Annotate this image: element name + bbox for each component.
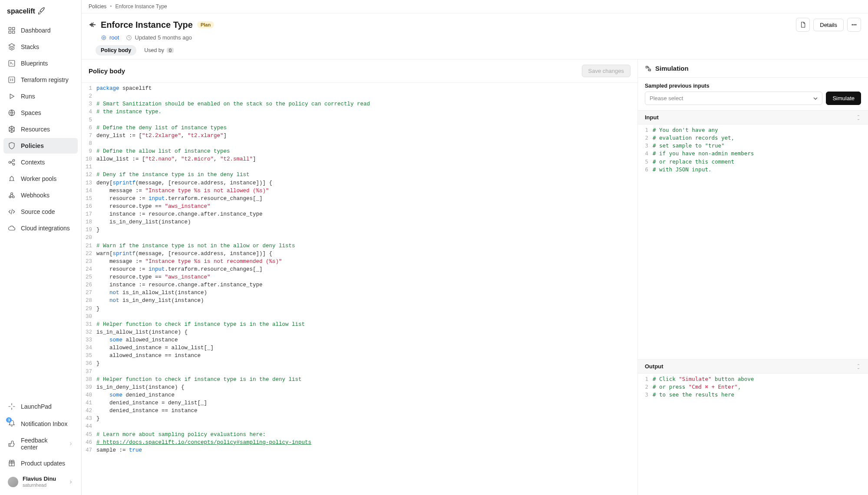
- code-line: 14 message := "Instance type %s is not a…: [82, 187, 637, 195]
- line-number: 21: [82, 242, 96, 250]
- line-number: 11: [82, 163, 96, 171]
- policy-body-pane: Policy body Save changes 1package spacel…: [82, 59, 638, 495]
- spaces-icon: [8, 109, 16, 117]
- sidebar-item-resources[interactable]: Resources: [3, 121, 78, 137]
- line-number: 40: [82, 391, 96, 399]
- sidebar-item-feedback-center[interactable]: Feedback center: [3, 433, 78, 455]
- sidebar-item-dashboard[interactable]: Dashboard: [3, 23, 78, 38]
- code-line: 4# if you have non-admin members: [638, 150, 868, 157]
- code-line: 8: [82, 140, 637, 148]
- output-editor[interactable]: 1# Click "Simulate" button above2# or pr…: [638, 374, 868, 495]
- code-content: package spacelift: [96, 85, 159, 92]
- code-content: not is_in_deny_list(instance): [96, 297, 211, 305]
- save-changes-button[interactable]: Save changes: [582, 65, 630, 77]
- code-line: 29}: [82, 305, 637, 313]
- line-number: 7: [82, 132, 96, 140]
- chevron-right-icon: [68, 479, 73, 485]
- notification-badge: 3: [6, 417, 12, 423]
- code-line: 42 denied_instance == instance: [82, 407, 637, 415]
- code-content: [96, 313, 103, 321]
- breadcrumb-separator: •: [110, 3, 112, 10]
- code-content: resource := input.terraform.resource_cha…: [96, 266, 270, 273]
- back-arrow-icon[interactable]: [89, 21, 96, 29]
- input-section-header[interactable]: Input: [638, 110, 868, 125]
- sidebar-item-terraform-registry[interactable]: Terraform registry: [3, 72, 78, 88]
- line-number: 22: [82, 250, 96, 258]
- sidebar-item-policies[interactable]: Policies: [3, 138, 78, 154]
- code-line: 33 some allowed_instance: [82, 336, 637, 344]
- code-line: 35 allowed_instance == instance: [82, 352, 637, 360]
- plan-badge: Plan: [197, 21, 214, 28]
- line-number: 23: [82, 258, 96, 266]
- code-line: 6# with JSON input.: [638, 166, 868, 174]
- code-content: [96, 140, 103, 148]
- more-button[interactable]: [847, 18, 861, 32]
- sidebar-item-notification-inbox[interactable]: 3Notification Inbox: [3, 415, 78, 432]
- code-editor[interactable]: 1package spacelift23# Smart Sanitization…: [82, 83, 637, 495]
- code-line: 47sample := true: [82, 446, 637, 454]
- sidebar-item-contexts[interactable]: Contexts: [3, 154, 78, 170]
- sidebar-item-launchpad[interactable]: LaunchPad: [3, 399, 78, 414]
- code-line: 3# set sample to "true": [638, 142, 868, 150]
- code-line: 40 some denied_instance: [82, 391, 637, 399]
- code-line: 10allow_list := ["t2.nano", "t2.micro", …: [82, 155, 637, 163]
- code-line: 15 resource := input.terraform.resource_…: [82, 195, 637, 203]
- tab-policy-body[interactable]: Policy body: [96, 45, 136, 56]
- code-line: 2# evaluation records yet,: [638, 134, 868, 142]
- details-button[interactable]: Details: [813, 19, 844, 31]
- user-name: Flavius Dinu: [23, 475, 56, 482]
- line-number: 16: [82, 203, 96, 210]
- code-line: 9# Define the allow list of instance typ…: [82, 148, 637, 155]
- svg-point-9: [13, 163, 15, 165]
- gift-icon: [8, 459, 16, 467]
- expand-icon: [856, 115, 861, 120]
- line-number: 32: [82, 328, 96, 336]
- line-number: 12: [82, 171, 96, 179]
- blueprints-icon: [8, 59, 16, 67]
- tab-used-by[interactable]: Used by0: [139, 45, 179, 56]
- sampled-inputs-select[interactable]: Please select: [645, 92, 822, 105]
- output-section-header[interactable]: Output: [638, 359, 868, 374]
- line-number: 4: [638, 150, 653, 157]
- sidebar-item-webhooks[interactable]: Webhooks: [3, 187, 78, 203]
- code-content: allowed_instance == instance: [96, 352, 208, 360]
- code-content: # set sample to "true": [653, 142, 732, 150]
- input-editor[interactable]: 1# You don't have any2# evaluation recor…: [638, 125, 868, 354]
- sidebar-item-blueprints[interactable]: Blueprints: [3, 56, 78, 71]
- sidebar-item-label: Spaces: [21, 109, 41, 116]
- code-content: # Click "Simulate" button above: [653, 375, 761, 383]
- tabs: Policy body Used by0: [89, 45, 861, 59]
- user-menu[interactable]: Flavius Dinusaturnhead: [3, 471, 78, 490]
- sidebar-item-spaces[interactable]: Spaces: [3, 105, 78, 121]
- sidebar-item-label: Product updates: [21, 460, 65, 467]
- sidebar-item-product-updates[interactable]: Product updates: [3, 456, 78, 471]
- logo[interactable]: spacelift: [3, 5, 78, 23]
- sidebar-item-runs[interactable]: Runs: [3, 89, 78, 104]
- code-content: [96, 368, 103, 376]
- breadcrumb: Policies • Enforce Instance Type: [82, 0, 868, 13]
- code-content: allowed_instance = allow_list[_]: [96, 344, 221, 352]
- code-content: some denied_instance: [96, 391, 182, 399]
- sidebar-item-source-code[interactable]: Source code: [3, 204, 78, 220]
- sidebar-item-worker-pools[interactable]: Worker pools: [3, 171, 78, 187]
- document-button[interactable]: [796, 18, 810, 32]
- root-label: root: [109, 34, 119, 41]
- line-number: 2: [638, 134, 653, 142]
- svg-rect-1: [13, 27, 15, 30]
- line-number: 2: [638, 383, 653, 391]
- code-content: # Helper function to check if instance t…: [96, 321, 312, 328]
- sidebar-item-cloud-integrations[interactable]: Cloud integrations: [3, 220, 78, 236]
- code-line: 3# to see the results here: [638, 391, 868, 399]
- sidebar-item-stacks[interactable]: Stacks: [3, 39, 78, 55]
- breadcrumb-root[interactable]: Policies: [89, 3, 106, 10]
- simulate-button[interactable]: Simulate: [826, 92, 861, 105]
- sidebar-item-label: Policies: [21, 142, 44, 149]
- thumbs-up-icon: [8, 440, 16, 448]
- code-line: 7deny_list := ["t2.2xlarge", "t2.xlarge"…: [82, 132, 637, 140]
- code-line: 3# Smart Sanitization should be enabled …: [82, 100, 637, 108]
- line-number: 38: [82, 376, 96, 384]
- code-line: 46# https://docs.spacelift.io/concepts/p…: [82, 439, 637, 446]
- root-space-link[interactable]: root: [101, 34, 119, 41]
- svg-point-15: [854, 24, 855, 25]
- code-line: 32is_in_allow_list(instance) {: [82, 328, 637, 336]
